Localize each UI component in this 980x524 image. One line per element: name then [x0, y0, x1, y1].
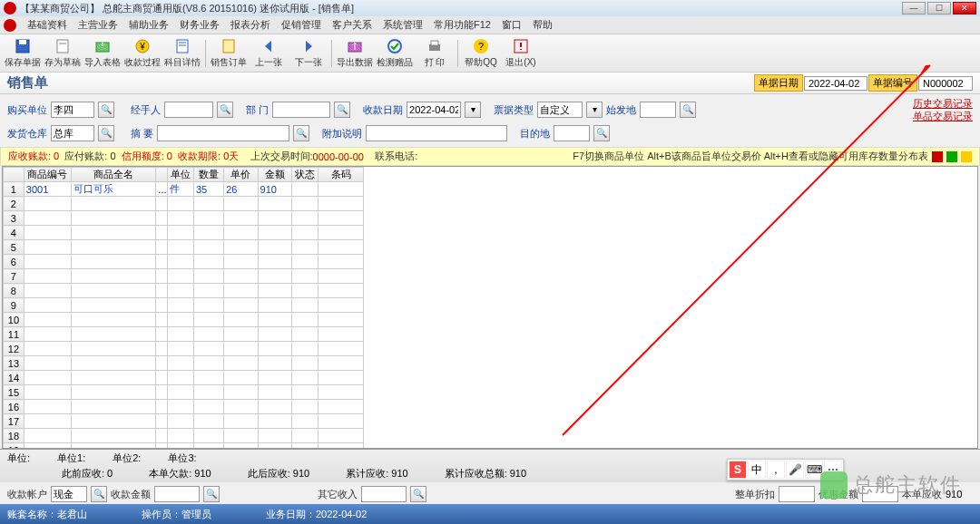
handler-lookup-button[interactable]: 🔍 — [217, 102, 233, 118]
other-lookup-button[interactable]: 🔍 — [410, 486, 426, 502]
line-items-grid[interactable]: 商品编号商品全名单位数量单价金额状态条码13001可口可乐...件3526910… — [2, 166, 978, 449]
table-row[interactable]: 15 — [4, 385, 364, 400]
table-row[interactable]: 13001可口可乐...件3526910 — [4, 182, 364, 197]
wh-input[interactable] — [51, 125, 94, 141]
toolbar-print-button[interactable]: 打 印 — [416, 36, 454, 71]
dest-input[interactable] — [554, 125, 590, 141]
ime-punct[interactable]: , — [767, 461, 785, 479]
col-header[interactable]: 金额 — [258, 168, 291, 182]
col-header[interactable] — [156, 168, 167, 182]
ime-logo-icon[interactable]: S — [729, 461, 747, 479]
col-header[interactable]: 单价 — [224, 168, 258, 182]
col-header[interactable]: 数量 — [193, 168, 223, 182]
recvdate-dropdown-button[interactable]: ▾ — [465, 102, 481, 118]
table-row[interactable]: 16 — [4, 400, 364, 414]
summary-input[interactable] — [157, 125, 289, 141]
dept-lookup-button[interactable]: 🔍 — [334, 102, 350, 118]
amt-input[interactable] — [154, 486, 200, 502]
history-link[interactable]: 历史交易记录 — [913, 97, 973, 110]
menu-help[interactable]: 帮助 — [533, 18, 553, 32]
acct-input[interactable] — [51, 486, 87, 502]
toolbar-order-button[interactable]: 销售订单 — [210, 36, 248, 71]
single-link[interactable]: 单品交易记录 — [913, 110, 973, 122]
ime-mic-icon[interactable]: 🎤 — [786, 461, 804, 479]
table-row[interactable]: 9 — [4, 298, 364, 313]
table-row[interactable]: 5 — [4, 240, 364, 255]
table-row[interactable]: 10 — [4, 313, 364, 327]
acct-lookup-button[interactable]: 🔍 — [91, 486, 107, 502]
menu-window[interactable]: 窗口 — [502, 18, 522, 32]
disc-input[interactable] — [779, 486, 815, 502]
start-input[interactable] — [640, 102, 676, 118]
recvdate-input[interactable] — [407, 102, 461, 118]
handler-input[interactable] — [164, 102, 213, 118]
col-header[interactable] — [4, 168, 24, 182]
toolbar-exit-button[interactable]: 退出(X) — [502, 36, 540, 71]
toolbar-detail-button[interactable]: 科目详情 — [163, 36, 201, 71]
wh-lookup-button[interactable]: 🔍 — [98, 125, 114, 141]
table-row[interactable]: 7 — [4, 269, 364, 284]
toolbar-import-button[interactable]: 导入表格 — [83, 36, 122, 71]
table-row[interactable]: 19 — [4, 443, 364, 450]
ime-lang[interactable]: 中 — [748, 461, 766, 479]
table-row[interactable]: 6 — [4, 255, 364, 269]
amt-lookup-button[interactable]: 🔍 — [203, 486, 220, 502]
toolbar-draft-button[interactable]: 存为草稿 — [44, 36, 82, 71]
table-row[interactable]: 17 — [4, 414, 364, 429]
menubar: 基础资料 主营业务 辅助业务 财务业务 报表分析 促销管理 客户关系 系统管理 … — [0, 16, 980, 34]
menu-promo[interactable]: 促销管理 — [281, 18, 321, 32]
menu-basic[interactable]: 基础资料 — [27, 18, 67, 32]
billtype-dropdown-button[interactable]: ▾ — [586, 102, 603, 118]
table-row[interactable]: 12 — [4, 342, 364, 356]
buyer-input[interactable] — [51, 102, 94, 118]
dest-lookup-button[interactable]: 🔍 — [593, 125, 610, 141]
maximize-button[interactable]: ☐ — [927, 2, 951, 15]
start-lookup-button[interactable]: 🔍 — [680, 102, 696, 118]
col-header[interactable]: 商品全名 — [71, 168, 156, 182]
col-header[interactable]: 商品编号 — [24, 168, 71, 182]
col-header[interactable]: 状态 — [291, 168, 318, 182]
summary-lookup-button[interactable]: 🔍 — [293, 125, 309, 141]
minimize-button[interactable]: — — [902, 2, 926, 15]
menu-finance[interactable]: 财务业务 — [180, 18, 220, 32]
toolbar-prev-button[interactable]: 上一张 — [250, 36, 288, 71]
dept-input[interactable] — [272, 102, 330, 118]
table-row[interactable]: 2 — [4, 197, 364, 211]
help-icon: ? — [472, 37, 490, 55]
table-row[interactable]: 14 — [4, 371, 364, 385]
toolbar-next-button[interactable]: 下一张 — [289, 36, 328, 71]
table-row[interactable]: 13 — [4, 356, 364, 371]
table-row[interactable]: 8 — [4, 284, 364, 298]
col-header[interactable]: 条码 — [318, 168, 364, 182]
toolbar-label: 打 印 — [425, 56, 446, 69]
menu-report[interactable]: 报表分析 — [230, 18, 270, 32]
menu-aux[interactable]: 辅助业务 — [129, 18, 169, 32]
flag-icon[interactable] — [932, 151, 943, 162]
close-button[interactable]: ✕ — [953, 2, 976, 15]
toolbar-save-button[interactable]: 保存单据 — [4, 36, 42, 71]
toolbar-help-button[interactable]: ?帮助QQ — [462, 36, 500, 71]
toolbar-export-button[interactable]: 导出数据 — [336, 36, 374, 71]
extra-input[interactable] — [366, 125, 507, 141]
doc-date-value[interactable]: 2022-04-02 — [804, 76, 867, 91]
menu-crm[interactable]: 客户关系 — [332, 18, 372, 32]
buyer-lookup-button[interactable]: 🔍 — [98, 102, 114, 118]
toolbar-label: 收款过程 — [124, 56, 161, 69]
table-row[interactable]: 11 — [4, 327, 364, 342]
col-header[interactable]: 单位 — [167, 168, 193, 182]
unit0: 单位: — [7, 451, 30, 465]
grid-icon[interactable] — [946, 151, 957, 162]
table-row[interactable]: 3 — [4, 211, 364, 226]
menu-system[interactable]: 系统管理 — [383, 18, 423, 32]
bulb-icon[interactable] — [961, 151, 972, 162]
doc-no-value[interactable]: N000002 — [918, 76, 973, 91]
billtype-input[interactable] — [537, 102, 583, 118]
unit2: 单位2: — [113, 451, 141, 465]
toolbar-pay-button[interactable]: ¥收款过程 — [123, 36, 162, 71]
other-input[interactable] — [361, 486, 407, 502]
table-row[interactable]: 4 — [4, 226, 364, 240]
table-row[interactable]: 18 — [4, 429, 364, 443]
menu-f12[interactable]: 常用功能F12 — [434, 18, 491, 32]
toolbar-check-button[interactable]: 检测赠品 — [376, 36, 414, 71]
menu-main[interactable]: 主营业务 — [78, 18, 118, 32]
